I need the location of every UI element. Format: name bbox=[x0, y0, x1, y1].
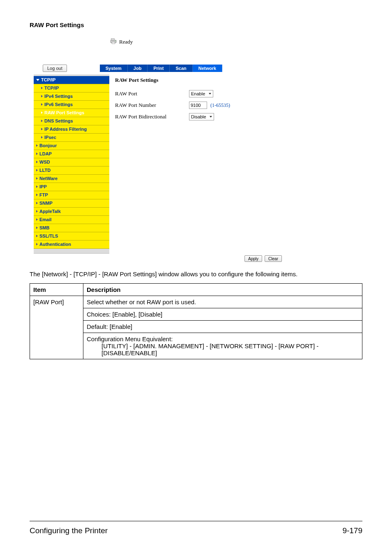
sidebar-item-dns[interactable]: DNS Settings bbox=[34, 117, 109, 125]
sidebar-label: SNMP bbox=[39, 201, 53, 206]
sidebar-label: SSL/TLS bbox=[39, 234, 58, 238]
sidebar-label: IPP bbox=[39, 184, 47, 189]
tab-bar: System Job Print Scan Network bbox=[100, 65, 222, 72]
sidebar-label: IPv6 Settings bbox=[44, 102, 73, 107]
sidebar-label: Authentication bbox=[39, 242, 71, 247]
status-bar: Ready bbox=[30, 37, 284, 48]
tab-system[interactable]: System bbox=[100, 65, 128, 72]
body-paragraph: The [Network] - [TCP/IP] - [RAW Port Set… bbox=[30, 270, 362, 278]
sidebar-item-appletalk[interactable]: AppleTalk bbox=[34, 208, 109, 216]
sidebar: TCP/IP TCP/IP IPv4 Settings IPv6 Setting… bbox=[34, 74, 109, 254]
table-item: [RAW Port] bbox=[30, 296, 83, 359]
description-table: Item Description [RAW Port] Select wheth… bbox=[30, 283, 362, 359]
tab-print[interactable]: Print bbox=[148, 65, 170, 72]
sidebar-item-snmp[interactable]: SNMP bbox=[34, 199, 109, 208]
logout-button[interactable]: Log out bbox=[43, 65, 67, 72]
sidebar-item-tcpip[interactable]: TCP/IP bbox=[34, 84, 109, 92]
sidebar-label: IPv4 Settings bbox=[44, 94, 73, 99]
tab-scan[interactable]: Scan bbox=[170, 65, 192, 72]
table-desc-line3: Default: [Enable] bbox=[83, 321, 362, 333]
sidebar-label: RAW Port Settings bbox=[44, 110, 84, 115]
sidebar-item-wsd[interactable]: WSD bbox=[34, 158, 109, 166]
sidebar-item-ftp[interactable]: FTP bbox=[34, 191, 109, 199]
status-text: Ready bbox=[119, 39, 133, 45]
menu-eq-path: [UTILITY] - [ADMIN. MANAGEMENT] - [NETWO… bbox=[87, 342, 359, 356]
sidebar-label: WSD bbox=[39, 160, 50, 164]
sidebar-item-smb[interactable]: SMB bbox=[34, 224, 109, 232]
table-desc-line4: Configuration Menu Equivalent: [UTILITY]… bbox=[83, 333, 362, 359]
table-desc-line1: Select whether or not RAW port is used. bbox=[83, 296, 362, 308]
sidebar-item-ipp[interactable]: IPP bbox=[34, 183, 109, 191]
svg-point-3 bbox=[115, 41, 116, 42]
sidebar-label: Bonjour bbox=[39, 143, 57, 148]
clear-button[interactable]: Clear bbox=[265, 255, 282, 262]
table-header-item: Item bbox=[30, 284, 83, 296]
sidebar-item-lltd[interactable]: LLTD bbox=[34, 166, 109, 175]
svg-rect-0 bbox=[111, 39, 115, 40]
apply-button[interactable]: Apply bbox=[244, 255, 262, 262]
sidebar-label: AppleTalk bbox=[39, 209, 61, 214]
sidebar-label: LDAP bbox=[39, 151, 52, 156]
sidebar-item-raw-port[interactable]: RAW Port Settings bbox=[34, 109, 109, 117]
sidebar-item-ipv4[interactable]: IPv4 Settings bbox=[34, 92, 109, 101]
tab-network[interactable]: Network bbox=[193, 65, 222, 72]
tab-job[interactable]: Job bbox=[128, 65, 148, 72]
table-desc-line2: Choices: [Enable], [Disable] bbox=[83, 308, 362, 321]
sidebar-label: SMB bbox=[39, 225, 49, 230]
printer-icon bbox=[110, 38, 117, 46]
sidebar-item-ipfilter[interactable]: IP Address Filtering bbox=[34, 125, 109, 134]
sidebar-label: FTP bbox=[39, 192, 48, 197]
raw-port-label: RAW Port bbox=[115, 90, 189, 97]
sidebar-label: TCP/IP bbox=[44, 86, 59, 90]
content-panel: RAW Port Settings RAW Port Enable RAW Po… bbox=[109, 74, 284, 254]
sidebar-label: IP Address Filtering bbox=[44, 127, 87, 132]
sidebar-label: TCP/IP bbox=[41, 77, 55, 82]
sidebar-item-netware[interactable]: NetWare bbox=[34, 175, 109, 183]
menu-eq-heading: Configuration Menu Equivalent: bbox=[87, 335, 173, 342]
sidebar-label: DNS Settings bbox=[44, 118, 73, 123]
sidebar-item-ssltls[interactable]: SSL/TLS bbox=[34, 232, 109, 240]
footer-left: Configuring the Printer bbox=[30, 526, 108, 535]
svg-rect-2 bbox=[112, 42, 115, 44]
raw-port-number-range: (1-65535) bbox=[210, 102, 230, 109]
sidebar-item-authentication[interactable]: Authentication bbox=[34, 240, 109, 249]
raw-port-bidirectional-label: RAW Port Bidirectional bbox=[115, 113, 189, 120]
raw-port-number-label: RAW Port Number bbox=[115, 102, 189, 109]
sidebar-label: NetWare bbox=[39, 176, 58, 181]
sidebar-item-bonjour[interactable]: Bonjour bbox=[34, 142, 109, 150]
sidebar-label: LLTD bbox=[39, 168, 51, 173]
sidebar-label: IPsec bbox=[44, 135, 56, 140]
content-title: RAW Port Settings bbox=[115, 77, 278, 83]
section-heading: RAW Port Settings bbox=[30, 21, 362, 28]
raw-port-select[interactable]: Enable bbox=[189, 90, 213, 97]
table-header-description: Description bbox=[83, 284, 362, 296]
raw-port-bidirectional-select[interactable]: Disable bbox=[189, 113, 214, 120]
sidebar-item-ipv6[interactable]: IPv6 Settings bbox=[34, 101, 109, 109]
sidebar-label: Email bbox=[39, 217, 51, 222]
sidebar-item-ldap[interactable]: LDAP bbox=[34, 150, 109, 158]
raw-port-number-input[interactable] bbox=[189, 102, 207, 109]
sidebar-group-tcpip[interactable]: TCP/IP bbox=[34, 76, 109, 84]
sidebar-item-ipsec[interactable]: IPsec bbox=[34, 134, 109, 142]
footer-right: 9-179 bbox=[342, 526, 362, 535]
sidebar-item-email[interactable]: Email bbox=[34, 216, 109, 224]
